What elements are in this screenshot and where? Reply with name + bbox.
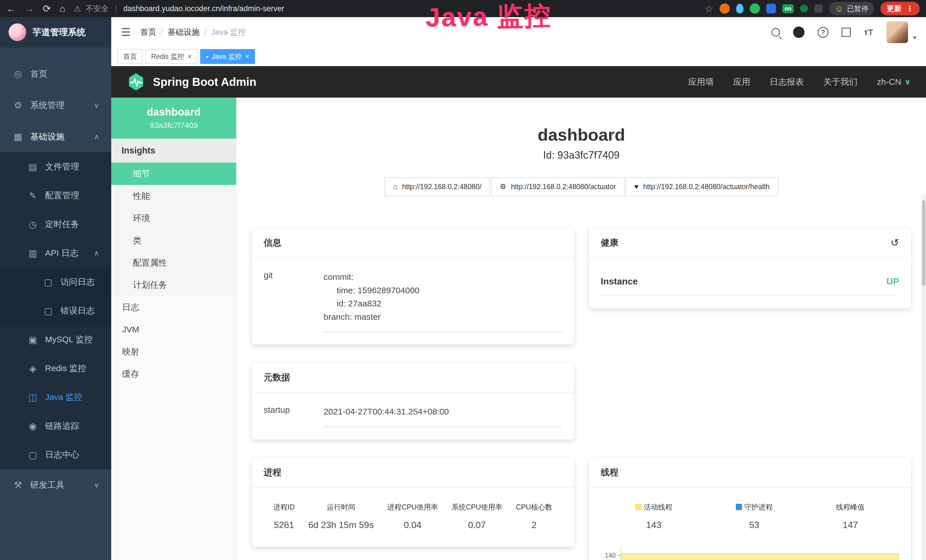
gear-icon: ⚙	[12, 100, 24, 111]
close-icon[interactable]: ×	[245, 53, 249, 61]
sidebar-item-access-logs[interactable]: ▢ 访问日志	[0, 268, 111, 297]
url-text[interactable]: dashboard.yudao.iocoder.cn/infra/admin-s…	[123, 4, 284, 13]
leaf-extension-icon[interactable]	[800, 5, 808, 12]
details-content: dashboard Id: 93a3fc7f7409 ⌂ http://192.…	[237, 98, 926, 560]
app-logo[interactable]: 芋道管理系统	[0, 17, 111, 47]
sidebar-item-system[interactable]: ⚙ 系统管理 ∨	[0, 89, 111, 121]
sidebar-item-config-management[interactable]: ✎ 配置管理	[0, 181, 111, 210]
side-item-details[interactable]: 细节	[111, 163, 236, 185]
smiley-icon: ☺	[835, 4, 844, 14]
sidebar-item-home[interactable]: ◎ 首页	[0, 58, 111, 89]
legend-value: 53	[736, 520, 773, 530]
active-dot-icon: ●	[206, 54, 208, 59]
font-size-icon[interactable]: тT	[864, 27, 873, 37]
sidebar-item-java-monitor[interactable]: ◫ Java 监控	[0, 383, 111, 412]
forward-icon[interactable]: →	[24, 4, 34, 14]
service-url-link[interactable]: ⌂ http://192.168.0.2:48080/	[384, 177, 490, 196]
sidebar-item-redis-monitor[interactable]: ◈ Redis 监控	[0, 354, 111, 383]
github-icon[interactable]	[793, 27, 805, 38]
health-url-link[interactable]: ♥ http://192.168.0.2:48080/actuator/heal…	[626, 177, 778, 196]
sba-nav-applications[interactable]: 应用	[733, 76, 750, 88]
side-item-mappings[interactable]: 映射	[111, 341, 236, 363]
page-scrollbar[interactable]	[921, 195, 926, 560]
history-icon[interactable]: ↺	[890, 237, 899, 249]
sba-nav-about[interactable]: 关于我们	[823, 76, 858, 88]
close-icon[interactable]: ×	[188, 53, 192, 61]
java-icon: ◫	[27, 392, 39, 403]
side-item-environment[interactable]: 环境	[111, 207, 236, 229]
insights-group-label[interactable]: Insights	[111, 139, 236, 163]
side-item-scheduled[interactable]: 计划任务	[111, 274, 236, 296]
sidebar-item-mysql-monitor[interactable]: ▣ MySQL 监控	[0, 325, 111, 354]
reload-icon[interactable]: ⟳	[43, 4, 51, 14]
side-item-config-props[interactable]: 配置属性	[111, 251, 236, 274]
tab-label: Java 监控	[212, 52, 242, 61]
instance-links: ⌂ http://192.168.0.2:48080/ ⚙ http://192…	[237, 177, 926, 196]
help-icon[interactable]: ?	[818, 27, 828, 38]
sidebar-item-scheduled-tasks[interactable]: ◷ 定时任务	[0, 210, 111, 239]
user-avatar[interactable]	[887, 21, 908, 43]
avatar-caret-icon[interactable]: ▾	[913, 34, 916, 41]
sba-nav-journal[interactable]: 日志报表	[770, 76, 804, 88]
sidebar-item-label: 文件管理	[45, 161, 79, 173]
live-threads-area	[621, 554, 899, 560]
hamburger-icon[interactable]: ☰	[121, 26, 131, 38]
threads-chart: 140 120 100	[601, 544, 899, 560]
bookmark-star-icon[interactable]: ☆	[704, 4, 713, 14]
info-card-body: git commit: time: 1596289704000 id: 27aa…	[252, 258, 574, 345]
instance-header[interactable]: dashboard 93a3fc7f7409	[111, 98, 236, 139]
sidebar-item-error-logs[interactable]: ▢ 错误日志	[0, 297, 111, 325]
drop-extension-icon[interactable]	[736, 4, 743, 14]
home-icon[interactable]: ⌂	[60, 4, 66, 14]
sidebar-item-api-logs[interactable]: ▥ API 日志 ∧	[0, 239, 111, 268]
language-selector[interactable]: zh-CN ∨	[877, 77, 911, 87]
annotation-java-monitor: Java 监控	[425, 0, 552, 35]
fullscreen-icon[interactable]	[841, 28, 851, 37]
back-icon[interactable]: ←	[6, 4, 16, 14]
system-cpu-col: 系统CPU使用率 0.07	[451, 502, 502, 530]
legend-live-threads[interactable]: 活动线程 143	[635, 502, 672, 530]
browser-menu-kebab-icon[interactable]: ⋮	[906, 4, 914, 13]
infrastructure-icon: ▦	[12, 131, 24, 142]
sidebar-item-infrastructure[interactable]: ▦ 基础设施 ∧	[0, 121, 111, 152]
side-item-classes[interactable]: 类	[111, 229, 236, 251]
process-card-title: 进程	[252, 458, 574, 487]
tab-home[interactable]: 首页	[118, 49, 142, 64]
breadcrumb-separator: /	[204, 28, 206, 37]
metadata-value: 2021-04-27T00:44:31.254+08:00	[324, 405, 562, 427]
info-line: time: 1596289704000	[324, 284, 562, 297]
side-item-logs[interactable]: 日志	[111, 296, 236, 318]
database-icon: ▣	[27, 334, 39, 345]
tab-java-monitor[interactable]: ● Java 监控 ×	[200, 49, 255, 64]
puzzle-extension-icon[interactable]	[814, 4, 823, 13]
legend-value: 147	[836, 520, 865, 530]
on-badge-icon[interactable]: on	[782, 4, 794, 13]
instance-id: 93a3fc7f7409	[117, 121, 230, 130]
actuator-url-link[interactable]: ⚙ http://192.168.0.2:48080/actuator	[491, 177, 625, 196]
chevron-up-icon: ∧	[94, 132, 99, 141]
side-item-caches[interactable]: 缓存	[111, 363, 236, 385]
sidebar-item-dev-tools[interactable]: ⚒ 研发工具 ∨	[0, 469, 111, 501]
tab-redis-monitor[interactable]: Redis 监控 ×	[145, 49, 197, 64]
breadcrumb-home[interactable]: 首页	[140, 27, 156, 38]
paused-chip[interactable]: ☺ 已暂停	[829, 2, 874, 15]
address-bar[interactable]: ⚠ 不安全 | dashboard.yudao.iocoder.cn/infra…	[74, 3, 284, 14]
grid-extension-icon[interactable]	[766, 4, 776, 14]
health-instance-row[interactable]: Instance UP	[601, 271, 899, 296]
sidebar-item-label: 首页	[30, 68, 47, 80]
side-item-performance[interactable]: 性能	[111, 185, 236, 207]
green-extension-icon[interactable]	[750, 3, 760, 14]
sidebar-item-log-center[interactable]: ▢ 日志中心	[0, 440, 111, 469]
fox-extension-icon[interactable]	[720, 3, 730, 14]
sba-brand-title[interactable]: Spring Boot Admin	[153, 76, 256, 88]
update-button[interactable]: 更新 ⋮	[881, 2, 920, 15]
scrollbar-thumb[interactable]	[922, 200, 925, 286]
sidebar-item-file-management[interactable]: ▤ 文件管理	[0, 152, 111, 181]
breadcrumb-infrastructure[interactable]: 基础设施	[168, 27, 200, 38]
sidebar-item-tracing[interactable]: ◉ 链路追踪	[0, 412, 111, 440]
legend-daemon-threads[interactable]: 守护进程 53	[736, 502, 773, 530]
side-item-jvm[interactable]: JVM	[111, 318, 236, 341]
sba-nav-wallboard[interactable]: 应用墙	[688, 76, 714, 88]
search-icon[interactable]	[772, 28, 780, 36]
threads-card-title: 线程	[589, 458, 911, 487]
